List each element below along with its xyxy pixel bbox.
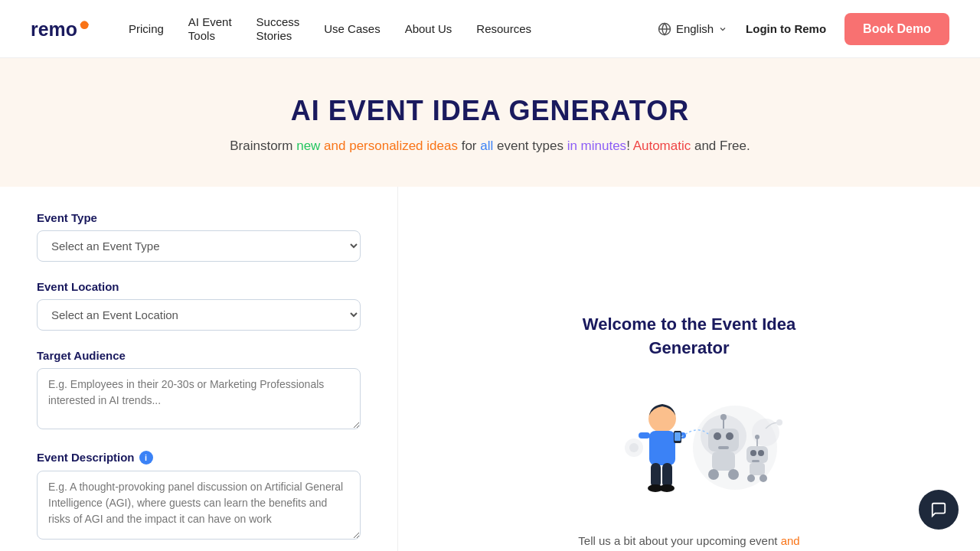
form-panel: Event Type Select an Event Type Event Lo…	[0, 187, 398, 552]
welcome-card: Welcome to the Event Idea Generator	[567, 313, 812, 551]
welcome-title: Welcome to the Event Idea Generator	[567, 313, 812, 360]
svg-rect-21	[750, 463, 765, 475]
event-description-label: Event Description i	[37, 451, 361, 465]
chevron-down-icon	[718, 24, 727, 34]
svg-point-31	[659, 484, 675, 492]
event-type-group: Event Type Select an Event Type	[37, 211, 361, 262]
svg-point-20	[755, 435, 760, 439]
nav-use-cases[interactable]: Use Cases	[324, 22, 380, 35]
svg-point-11	[720, 414, 727, 420]
event-location-label: Event Location	[37, 280, 361, 293]
svg-rect-33	[675, 432, 681, 441]
svg-rect-9	[718, 446, 729, 449]
svg-point-7	[714, 432, 721, 440]
nav-pricing[interactable]: Pricing	[129, 22, 164, 35]
svg-rect-25	[649, 431, 675, 465]
target-audience-group: Target Audience	[37, 349, 361, 432]
welcome-panel: Welcome to the Event Idea Generator	[398, 187, 980, 552]
chat-button[interactable]	[919, 490, 959, 530]
target-audience-label: Target Audience	[37, 349, 361, 362]
svg-rect-18	[752, 460, 760, 462]
event-description-group: Event Description i	[37, 451, 361, 543]
book-demo-button[interactable]: Book Demo	[844, 13, 949, 45]
nav-resources[interactable]: Resources	[476, 22, 531, 35]
svg-rect-28	[651, 463, 661, 487]
welcome-subtitle: Tell us a bit about your upcoming event …	[567, 532, 812, 551]
language-selector[interactable]: English	[658, 22, 727, 36]
nav-right-area: English Login to Remo Book Demo	[658, 13, 949, 45]
svg-rect-12	[712, 452, 735, 471]
language-label: English	[676, 22, 714, 35]
hero-section: AI EVENT IDEA GENERATOR Brainstorm new a…	[0, 58, 980, 187]
event-description-info-icon[interactable]: i	[139, 451, 153, 465]
svg-rect-26	[639, 432, 650, 439]
svg-point-8	[726, 432, 733, 440]
login-link[interactable]: Login to Remo	[746, 22, 826, 35]
target-audience-input[interactable]	[37, 368, 361, 429]
event-type-label: Event Type	[37, 211, 361, 224]
svg-point-22	[747, 474, 755, 482]
hero-title: AI EVENT IDEA GENERATOR	[15, 95, 965, 127]
nav-about-us[interactable]: About Us	[405, 22, 452, 35]
illustration	[582, 379, 796, 517]
event-description-input[interactable]	[37, 471, 361, 540]
svg-point-14	[728, 469, 739, 480]
logo[interactable]: remo	[31, 15, 92, 43]
event-type-select[interactable]: Select an Event Type	[37, 230, 361, 262]
svg-point-1	[80, 21, 89, 29]
svg-rect-29	[662, 463, 672, 487]
svg-point-16	[750, 450, 756, 456]
svg-point-17	[758, 450, 764, 456]
navbar: remo Pricing AI Event Tools Success Stor…	[0, 0, 980, 58]
nav-success-stories[interactable]: Success Stories	[256, 15, 300, 43]
svg-point-23	[760, 474, 767, 482]
main-content: Event Type Select an Event Type Event Lo…	[0, 187, 980, 552]
svg-point-13	[708, 469, 719, 480]
event-location-group: Event Location Select an Event Location	[37, 280, 361, 331]
nav-ai-event-tools[interactable]: AI Event Tools	[188, 15, 232, 43]
hero-subtitle: Brainstorm new and personalized ideas fo…	[15, 136, 965, 156]
svg-point-34	[776, 419, 782, 425]
svg-text:remo: remo	[31, 18, 77, 39]
event-location-select[interactable]: Select an Event Location	[37, 299, 361, 331]
svg-point-36	[629, 443, 639, 452]
